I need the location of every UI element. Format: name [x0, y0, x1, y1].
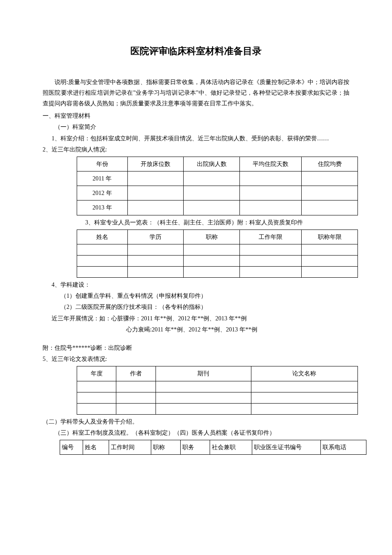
- item-4-4: 心力衰竭:2011 年**例、2012 年**例、2013 年**例: [43, 324, 349, 335]
- item-1: 1、科室介绍：包括科室成立时间、开展技术项目情况、近三年出院病人数、受到的表彰、…: [43, 133, 349, 144]
- cell: [156, 392, 251, 403]
- t4-h5: 社会兼职: [210, 440, 252, 454]
- cell: [240, 256, 302, 267]
- cell: [184, 200, 240, 215]
- t2-h4: 职称年限: [302, 230, 358, 244]
- cell: [156, 403, 251, 414]
- cell: [127, 171, 184, 186]
- table-row: 2013 年: [77, 200, 358, 215]
- cell: [240, 267, 302, 278]
- cell: [127, 256, 184, 267]
- table-row: [77, 392, 358, 403]
- cell: [77, 381, 116, 392]
- t3-h2: 期刊: [156, 366, 251, 381]
- t4-h4: 职务: [180, 440, 210, 454]
- cell: [240, 186, 302, 200]
- subsection-2: （二）学科带头人及业务骨干介绍。: [43, 416, 349, 427]
- cell: [240, 200, 302, 215]
- t4-h3: 职称: [151, 440, 181, 454]
- cell: [302, 244, 358, 256]
- t4-h0: 编号: [60, 440, 83, 454]
- cell: 2013 年: [77, 200, 128, 215]
- t4-h1: 姓名: [83, 440, 109, 454]
- table-row: 2012 年: [77, 186, 358, 200]
- appendix: 附：住院号******诊断：出院诊断: [43, 343, 349, 353]
- cell: [302, 256, 358, 267]
- cell: [77, 392, 116, 403]
- table-row: [77, 256, 358, 267]
- cell: [127, 244, 184, 256]
- item-3: 3、科室专业人员一览表：（科主任、副主任、主治医师）附：科室人员资质复印件: [85, 217, 349, 228]
- cell: [240, 171, 302, 186]
- item-4: 4、学科建设：: [43, 279, 349, 290]
- t1-h1: 开放床位数: [127, 157, 184, 171]
- cell: [184, 244, 240, 256]
- t4-h7: 联系电话: [320, 440, 366, 454]
- cell: [156, 381, 251, 392]
- table-row: [77, 403, 358, 414]
- cell: [240, 244, 302, 256]
- t4-h6: 职业医生证书编号: [252, 440, 321, 454]
- cell: [302, 171, 358, 186]
- t1-h2: 出院病人数: [184, 157, 240, 171]
- t2-h2: 职称: [184, 230, 240, 244]
- cell: [77, 256, 128, 267]
- t2-h1: 学历: [127, 230, 184, 244]
- t3-h1: 作者: [116, 366, 156, 381]
- item-4-3: 近三年开展情况：如：心脏骤停：2011 年**例、2012 年**例、2013 …: [43, 313, 349, 324]
- subsection-1: （一）科室简介: [43, 122, 349, 132]
- t1-h3: 平均住院天数: [240, 157, 302, 171]
- cell: [116, 381, 156, 392]
- subsection-3-4: （三）科室工作制度及流程。（各科室制定）（四）医务人员档案（各证书复印件）: [43, 427, 349, 438]
- cell: 2011 年: [77, 171, 128, 186]
- t2-h3: 工作年限: [240, 230, 302, 244]
- cell: [302, 186, 358, 200]
- cell: [251, 403, 357, 414]
- t1-h0: 年份: [77, 157, 128, 171]
- item-4-1: （1）创建重点学科、重点专科情况（申报材料复印件）: [43, 291, 349, 301]
- cell: [251, 381, 357, 392]
- cell: [77, 403, 116, 414]
- intro-paragraph: 说明:质量与安全管理中各项数据、指标需要日常收集，具体活动内容记录在《质量控制记…: [43, 77, 349, 109]
- cell: [116, 403, 156, 414]
- cell: [251, 392, 357, 403]
- t3-h0: 年度: [77, 366, 116, 381]
- table-row: [77, 244, 358, 256]
- table-staff-archive: 编号 姓名 工作时间 职称 职务 社会兼职 职业医生证书编号 联系电话: [60, 440, 366, 455]
- page-title: 医院评审临床科室材料准备目录: [43, 43, 349, 60]
- t1-h4: 住院均费: [302, 157, 358, 171]
- t2-h0: 姓名: [77, 230, 128, 244]
- item-4-2: （2）二级医院开展的医疗技术项目：（各专科的指标）: [43, 302, 349, 312]
- cell: [116, 392, 156, 403]
- cell: 2012 年: [77, 186, 128, 200]
- cell: [184, 186, 240, 200]
- cell: [184, 267, 240, 278]
- cell: [77, 267, 128, 278]
- item-5: 5、近三年论文发表情况:: [43, 354, 349, 364]
- cell: [184, 171, 240, 186]
- cell: [302, 200, 358, 215]
- table-row: [77, 267, 358, 278]
- item-2: 2、近三年出院病人情况:: [43, 144, 349, 155]
- table-discharge: 年份 开放床位数 出院病人数 平均住院天数 住院均费 2011 年 2012 年…: [77, 157, 358, 215]
- cell: [302, 267, 358, 278]
- t4-h2: 工作时间: [109, 440, 151, 454]
- section-1-heading: 一、科室管理材料: [43, 110, 349, 121]
- table-row: [77, 381, 358, 392]
- cell: [184, 256, 240, 267]
- table-staff: 姓名 学历 职称 工作年限 职称年限: [77, 230, 358, 278]
- cell: [127, 267, 184, 278]
- table-row: 2011 年: [77, 171, 358, 186]
- cell: [127, 186, 184, 200]
- cell: [77, 244, 128, 256]
- table-papers: 年度 作者 期刊 论文名称: [77, 366, 358, 414]
- cell: [127, 200, 184, 215]
- t3-h3: 论文名称: [251, 366, 357, 381]
